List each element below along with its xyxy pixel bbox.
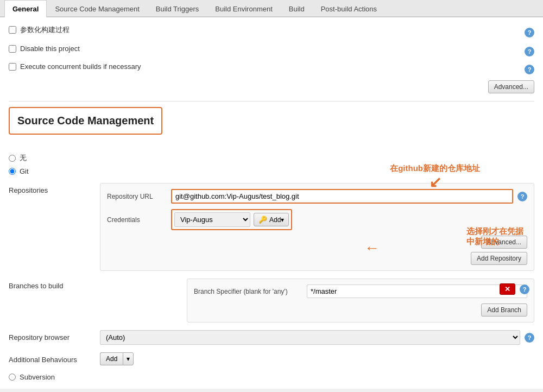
branch-x-btn-container: ✕ ?: [500, 283, 529, 295]
repositories-section: 在github新建的仓库地址 ↙ 选择刚才在凭据 中新增的 ← Reposito…: [9, 183, 534, 271]
tab-build[interactable]: Build: [281, 0, 313, 17]
main-content: 参数化构建过程 ? Disable this project ? Execute…: [0, 17, 543, 389]
repositories-content: Repository URL ? Credentials Vip-Augus: [100, 183, 534, 271]
inner-advanced-button[interactable]: Advanced...: [481, 236, 527, 249]
additional-behaviours-section: Additional Behaviours Add ▾: [9, 352, 534, 365]
parameterize-label: 参数化构建过程: [20, 25, 70, 35]
branches-label: Branches to build: [9, 279, 96, 290]
help-icon-repo-url[interactable]: ?: [517, 192, 527, 201]
inner-advanced-row: Advanced...: [107, 236, 527, 249]
add-split-button: Add ▾: [100, 352, 534, 365]
scm-section-title: Source Code Management: [9, 107, 162, 135]
radio-none-row: 无: [9, 153, 534, 163]
parameterize-checkbox[interactable]: [9, 26, 16, 34]
branch-specifier-label: Branch Specifier (blank for 'any'): [194, 288, 302, 295]
scm-subversion-label: Subversion: [20, 373, 55, 381]
repo-browser-section: Repository browser (Auto) ?: [9, 330, 534, 345]
checkbox-row-3: Execute concurrent builds if necessary ?: [9, 62, 534, 76]
add-behaviours-add-button[interactable]: Add: [100, 352, 123, 365]
add-repository-button[interactable]: Add Repository: [471, 252, 527, 265]
branch-specifier-row: Branch Specifier (blank for 'any'): [194, 284, 527, 298]
help-icon-1[interactable]: ?: [525, 28, 534, 37]
credentials-row: Credentials Vip-Augus 🔑 Add▾: [107, 209, 527, 230]
credentials-highlight-box: Vip-Augus 🔑 Add▾: [171, 209, 292, 230]
branch-remove-button[interactable]: ✕: [500, 283, 515, 295]
additional-behaviours-label: Additional Behaviours: [9, 352, 96, 364]
tab-bar: General Source Code Management Build Tri…: [0, 0, 543, 17]
concurrent-builds-checkbox[interactable]: [9, 63, 16, 71]
repositories-label: Repositories: [9, 183, 96, 194]
radio-git-row: Git: [9, 167, 534, 175]
scm-title: Source Code Management: [17, 115, 154, 127]
credentials-select[interactable]: Vip-Augus: [174, 212, 250, 227]
help-icon-2[interactable]: ?: [525, 47, 534, 56]
scm-none-radio[interactable]: [9, 155, 16, 162]
credentials-label: Credentials: [107, 216, 167, 224]
key-icon: 🔑: [258, 216, 267, 224]
additional-behaviours-content: Add ▾: [100, 352, 534, 365]
repo-browser-select[interactable]: (Auto): [100, 330, 520, 345]
scm-none-label: 无: [20, 153, 27, 163]
repo-url-label: Repository URL: [107, 193, 167, 200]
branch-inner: ✕ ? Branch Specifier (blank for 'any') A…: [187, 279, 534, 323]
disable-project-label: Disable this project: [20, 45, 80, 53]
scm-subversion-radio[interactable]: [9, 374, 16, 381]
repositories-table: Repository URL ? Credentials Vip-Augus: [100, 183, 534, 271]
tab-build-environment[interactable]: Build Environment: [207, 0, 281, 17]
repo-browser-content: (Auto) ?: [100, 330, 534, 345]
branch-specifier-input[interactable]: [307, 284, 527, 298]
branches-content: ✕ ? Branch Specifier (blank for 'any') A…: [100, 279, 534, 323]
checkbox-row-2: Disable this project ?: [9, 45, 534, 58]
branches-section: Branches to build ✕ ? Branch Specifier (…: [9, 279, 534, 323]
repositories-row: Repositories Repository URL ? Credential…: [9, 183, 534, 271]
credentials-add-button[interactable]: 🔑 Add▾: [254, 213, 289, 226]
tab-source-code-management[interactable]: Source Code Management: [47, 0, 147, 17]
add-behaviours-dropdown-button[interactable]: ▾: [123, 352, 134, 365]
repo-browser-label: Repository browser: [9, 330, 96, 342]
repo-url-input[interactable]: [171, 189, 513, 204]
subversion-row: Subversion: [9, 373, 534, 381]
add-branch-button[interactable]: Add Branch: [481, 304, 527, 317]
add-branch-row: Add Branch: [194, 304, 527, 317]
add-btn-label: Add▾: [269, 216, 284, 224]
repo-url-row: Repository URL ?: [107, 189, 527, 204]
help-icon-repo-browser[interactable]: ?: [525, 333, 534, 343]
scm-git-radio[interactable]: [9, 168, 16, 175]
advanced-button[interactable]: Advanced...: [488, 80, 534, 93]
help-icon-branch[interactable]: ?: [520, 284, 529, 294]
tab-build-triggers[interactable]: Build Triggers: [148, 0, 207, 17]
advanced-row: Advanced...: [9, 80, 534, 93]
scm-git-label: Git: [20, 167, 29, 175]
checkbox-row-1: 参数化构建过程 ?: [9, 25, 534, 40]
add-repo-row: Add Repository: [107, 252, 527, 265]
tab-post-build-actions[interactable]: Post-build Actions: [313, 0, 385, 17]
tab-general[interactable]: General: [4, 0, 47, 17]
concurrent-builds-label: Execute concurrent builds if necessary: [20, 62, 141, 71]
help-icon-3[interactable]: ?: [525, 65, 534, 74]
disable-project-checkbox[interactable]: [9, 45, 16, 53]
